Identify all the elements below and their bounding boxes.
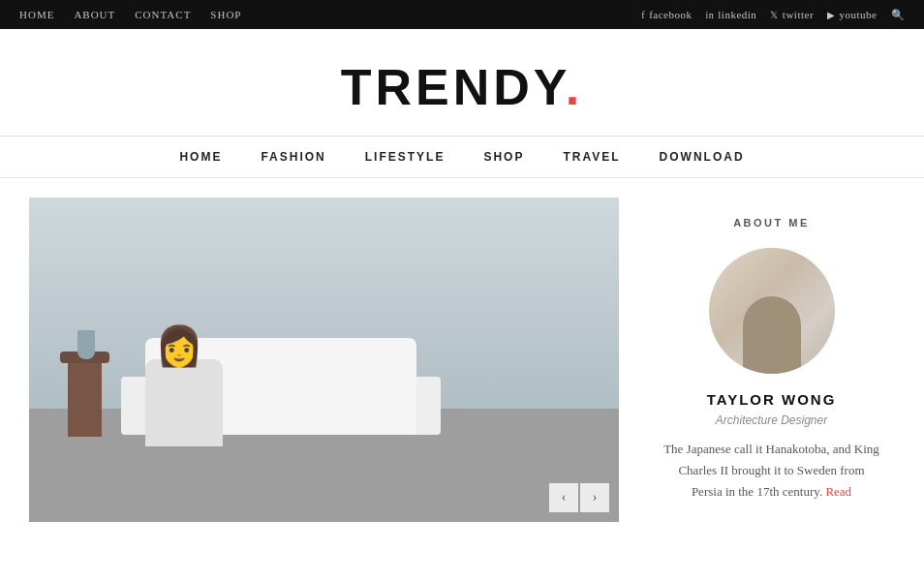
search-icon[interactable]: 🔍 xyxy=(891,9,906,21)
nav-lifestyle[interactable]: LIFESTYLE xyxy=(365,150,446,164)
read-more-link[interactable]: Read xyxy=(825,484,851,499)
main-column: ‹ › xyxy=(29,198,619,522)
logo-dot: . xyxy=(566,59,583,115)
top-nav-contact[interactable]: CONTACT xyxy=(135,9,191,20)
top-nav-about[interactable]: ABOUT xyxy=(74,9,115,20)
top-nav-home[interactable]: HOME xyxy=(19,9,54,20)
site-header: TRENDY. xyxy=(0,29,924,136)
vase-decor xyxy=(77,330,95,359)
twitter-icon: 𝕏 xyxy=(770,10,779,20)
top-nav-shop[interactable]: SHOP xyxy=(210,9,241,20)
main-nav: HOME FASHION LIFESTYLE SHOP TRAVEL DOWNL… xyxy=(0,136,924,178)
nav-home[interactable]: HOME xyxy=(179,150,222,164)
avatar-circle xyxy=(709,248,835,374)
site-logo[interactable]: TRENDY. xyxy=(0,58,924,116)
sidebar: ABOUT ME TAYLOR WONG Architecture Design… xyxy=(648,198,895,522)
hero-image xyxy=(29,198,619,522)
content-area: ‹ › ABOUT ME TAYLOR WONG Architecture De… xyxy=(0,178,924,522)
about-me-title: ABOUT ME xyxy=(662,217,880,229)
top-bar: HOME ABOUT CONTACT SHOP f facebook in li… xyxy=(0,0,924,29)
social-links: f facebook in linkedin 𝕏 twitter ▶ youtu… xyxy=(641,9,905,21)
slider-next-button[interactable]: › xyxy=(580,483,609,512)
person-figure xyxy=(126,321,242,446)
top-nav: HOME ABOUT CONTACT SHOP xyxy=(19,9,241,20)
nav-fashion[interactable]: FASHION xyxy=(261,150,325,164)
youtube-link[interactable]: ▶ youtube xyxy=(827,9,877,20)
youtube-icon: ▶ xyxy=(827,10,836,20)
facebook-link[interactable]: f facebook xyxy=(641,9,692,20)
person-bio: The Japanese call it Hanakotoba, and Kin… xyxy=(662,439,880,503)
person-name: TAYLOR WONG xyxy=(662,391,880,408)
facebook-icon: f xyxy=(641,10,645,20)
linkedin-icon: in xyxy=(705,10,714,20)
stool-decor xyxy=(68,359,102,437)
about-me-box: ABOUT ME TAYLOR WONG Architecture Design… xyxy=(648,198,895,522)
nav-shop[interactable]: SHOP xyxy=(483,150,524,164)
slider-prev-button[interactable]: ‹ xyxy=(549,483,578,512)
hero-slider: ‹ › xyxy=(29,198,619,522)
logo-text: TRENDY xyxy=(341,59,566,115)
nav-download[interactable]: DOWNLOAD xyxy=(660,150,745,164)
linkedin-link[interactable]: in linkedin xyxy=(705,9,756,20)
person-title: Architecture Designer xyxy=(662,413,880,427)
avatar-image xyxy=(709,248,835,374)
twitter-link[interactable]: 𝕏 twitter xyxy=(770,9,814,20)
nav-travel[interactable]: TRAVEL xyxy=(563,150,620,164)
